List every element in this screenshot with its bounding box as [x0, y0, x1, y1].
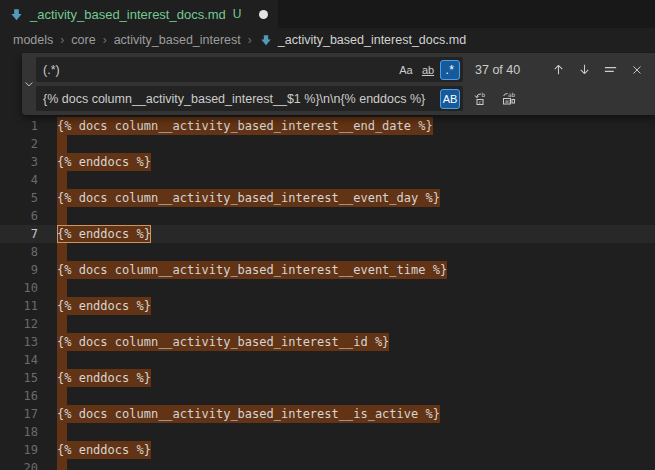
arrow-up-icon: [551, 62, 566, 77]
close-find-button[interactable]: [626, 59, 647, 80]
line-content: [57, 207, 67, 225]
replace-value-text: {% docs column__activity_based_interest_…: [43, 92, 440, 106]
editor-line-8[interactable]: 8: [0, 243, 655, 261]
line-number: 5: [0, 189, 38, 207]
editor-line-10[interactable]: 10: [0, 279, 655, 297]
breadcrumb-separator: ›: [103, 33, 107, 47]
find-match: [57, 207, 67, 225]
editor-line-17[interactable]: 17{% docs column__activity_based_interes…: [0, 405, 655, 423]
whole-word-toggle[interactable]: ab: [418, 60, 438, 80]
replace-input[interactable]: {% docs column__activity_based_interest_…: [36, 86, 463, 111]
line-number: 14: [0, 351, 38, 369]
find-row: (.*) Aa ab .* 37 of 40: [36, 57, 647, 82]
line-content: [57, 135, 67, 153]
line-content: {% docs column__activity_based_interest_…: [57, 333, 389, 351]
editor-line-16[interactable]: 16: [0, 387, 655, 405]
previous-match-button[interactable]: [548, 59, 569, 80]
find-match: [57, 459, 67, 470]
chevron-down-icon: [23, 78, 35, 90]
find-match: [57, 279, 67, 297]
line-number: 13: [0, 333, 38, 351]
editor-line-18[interactable]: 18: [0, 423, 655, 441]
preserve-case-toggle[interactable]: AB: [440, 89, 460, 109]
svg-text:ac: ac: [505, 98, 511, 104]
line-number: 6: [0, 207, 38, 225]
find-match: {% docs column__activity_based_interest_…: [57, 261, 447, 279]
tab-activity-based-interest-docs[interactable]: _activity_based_interest_docs.md U: [0, 0, 278, 28]
markdown-file-icon: [259, 33, 273, 47]
line-number: 16: [0, 387, 38, 405]
editor-line-14[interactable]: 14: [0, 351, 655, 369]
svg-text:c: c: [478, 98, 481, 104]
line-content: [57, 459, 67, 470]
markdown-file-icon: [9, 7, 24, 22]
arrow-down-icon: [577, 62, 592, 77]
editor-line-11[interactable]: 11{% enddocs %}: [0, 297, 655, 315]
replace-one-button[interactable]: b c: [471, 88, 492, 109]
line-number: 12: [0, 315, 38, 333]
find-match: [57, 387, 67, 405]
editor-line-12[interactable]: 12: [0, 315, 655, 333]
editor-line-15[interactable]: 15{% enddocs %}: [0, 369, 655, 387]
find-match: {% enddocs %}: [57, 297, 151, 315]
line-content: {% enddocs %}: [57, 153, 151, 171]
editor-line-2[interactable]: 2: [0, 135, 655, 153]
line-number: 19: [0, 441, 38, 459]
editor-line-5[interactable]: 5{% docs column__activity_based_interest…: [0, 189, 655, 207]
line-number: 17: [0, 405, 38, 423]
line-content: {% enddocs %}: [57, 441, 151, 459]
editor-line-3[interactable]: 3{% enddocs %}: [0, 153, 655, 171]
find-match: [57, 315, 67, 333]
editor-pane[interactable]: 1{% docs column__activity_based_interest…: [0, 52, 655, 470]
editor-line-20[interactable]: 20: [0, 459, 655, 470]
replace-buttons: b c ab: [471, 88, 519, 109]
editor-line-6[interactable]: 6: [0, 207, 655, 225]
vscode-window: _activity_based_interest_docs.md U model…: [0, 0, 655, 470]
editor-line-4[interactable]: 4: [0, 171, 655, 189]
line-number: 20: [0, 459, 38, 470]
find-match: {% docs column__activity_based_interest_…: [57, 405, 440, 423]
editor-line-19[interactable]: 19{% enddocs %}: [0, 441, 655, 459]
line-content: [57, 423, 67, 441]
find-in-selection-button[interactable]: [600, 59, 621, 80]
regex-toggle[interactable]: .*: [440, 60, 460, 80]
close-icon: [630, 63, 644, 77]
find-match: {% docs column__activity_based_interest_…: [57, 117, 433, 135]
line-content: [57, 351, 67, 369]
find-input[interactable]: (.*) Aa ab .*: [36, 57, 463, 82]
next-match-button[interactable]: [574, 59, 595, 80]
line-content: {% docs column__activity_based_interest_…: [57, 261, 447, 279]
line-content: [57, 315, 67, 333]
line-content: {% enddocs %}: [57, 297, 151, 315]
line-number: 15: [0, 369, 38, 387]
breadcrumb: models › core › activity_based_interest …: [0, 28, 655, 52]
find-nav-buttons: [548, 59, 647, 80]
editor-line-9[interactable]: 9{% docs column__activity_based_interest…: [0, 261, 655, 279]
editor-line-13[interactable]: 13{% docs column__activity_based_interes…: [0, 333, 655, 351]
modified-indicator-dot[interactable]: [259, 10, 268, 19]
breadcrumb-item-file[interactable]: _activity_based_interest_docs.md: [259, 33, 466, 47]
line-content: {% docs column__activity_based_interest_…: [57, 117, 433, 135]
match-case-toggle[interactable]: Aa: [396, 60, 416, 80]
find-match: [57, 135, 67, 153]
find-options: Aa ab .*: [396, 60, 460, 80]
editor-lines: 1{% docs column__activity_based_interest…: [0, 117, 655, 470]
line-number: 7: [0, 225, 38, 243]
line-number: 8: [0, 243, 38, 261]
breadcrumb-separator: ›: [248, 33, 252, 47]
replace-all-button[interactable]: ab ac: [498, 88, 519, 109]
breadcrumb-item-activity-based-interest[interactable]: activity_based_interest: [114, 33, 241, 47]
line-number: 9: [0, 261, 38, 279]
toggle-replace-button[interactable]: [22, 53, 36, 115]
line-number: 4: [0, 171, 38, 189]
tab-bar: _activity_based_interest_docs.md U: [0, 0, 655, 28]
tab-filename: _activity_based_interest_docs.md: [30, 7, 226, 22]
replace-icon: b c: [474, 91, 490, 107]
svg-text:b: b: [481, 91, 485, 98]
breadcrumb-item-core[interactable]: core: [71, 33, 95, 47]
editor-line-7[interactable]: 7{% enddocs %}: [0, 225, 655, 243]
git-status-badge: U: [233, 7, 242, 21]
breadcrumb-item-models[interactable]: models: [13, 33, 53, 47]
editor-line-1[interactable]: 1{% docs column__activity_based_interest…: [0, 117, 655, 135]
find-match: {% docs column__activity_based_interest_…: [57, 189, 440, 207]
